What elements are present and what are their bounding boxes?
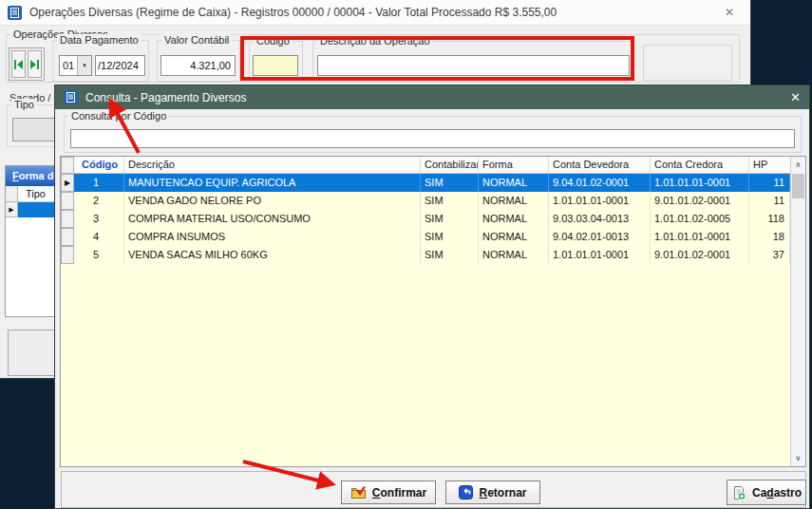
row-pointer-icon: ▶: [6, 202, 18, 217]
modal-close-icon[interactable]: ✕: [782, 90, 801, 104]
row-pointer-icon: ▶: [61, 174, 74, 192]
chevron-down-icon[interactable]: ▼: [77, 56, 91, 75]
annotation-highlight-rectangle: [240, 36, 634, 81]
nav-first-button[interactable]: [11, 50, 26, 78]
day-value: 01: [60, 56, 77, 75]
button-bar: Confirmar Retornar Cadastro: [61, 471, 806, 508]
cadastro-icon: [731, 485, 746, 500]
cadastro-button[interactable]: Cadastro: [727, 480, 806, 505]
valor-contabil-label: Valor Contábil: [161, 34, 232, 47]
consulta-codigo-group: Consulta por Código: [64, 116, 802, 153]
table-row[interactable]: 4 COMPRA INSUMOS SIM NORMAL 9.04.02.01-0…: [61, 228, 790, 246]
data-pagamento-label: Data Pagamento: [57, 34, 142, 47]
valor-contabil-input[interactable]: [161, 55, 236, 76]
column-header-codigo[interactable]: Código: [74, 157, 124, 173]
column-header-hp[interactable]: HP: [749, 157, 790, 173]
last-record-icon: [30, 60, 36, 69]
results-grid: Código Descrição Contabilizar Forma Cont…: [60, 156, 806, 467]
nav-last-button[interactable]: [28, 50, 42, 78]
record-navigator: [9, 47, 45, 81]
confirmar-button[interactable]: Confirmar: [341, 481, 436, 504]
vertical-scrollbar[interactable]: ∧ ∨: [790, 157, 805, 466]
consulta-codigo-label: Consulta por Código: [68, 110, 169, 123]
column-header-conta-devedora[interactable]: Conta Devedora: [549, 157, 651, 173]
main-titlebar: Operações Diversas (Regime de Caixa) - R…: [0, 0, 750, 26]
app-icon: [8, 6, 22, 20]
column-header-contabilizar[interactable]: Contabilizar: [421, 157, 479, 173]
column-header-forma[interactable]: Forma: [479, 157, 549, 173]
return-icon: [459, 485, 473, 500]
consulta-window: Consulta - Pagamento Diversos ✕ Consulta…: [54, 85, 810, 509]
retornar-button[interactable]: Retornar: [445, 481, 540, 504]
main-close-icon[interactable]: ✕: [720, 5, 739, 21]
grid-header-indicator: [61, 157, 74, 174]
main-window-title: Operações Diversas (Regime de Caixa) - R…: [29, 6, 557, 19]
modal-title: Consulta - Pagamento Diversos: [85, 91, 246, 104]
desktop: Operações Diversas (Regime de Caixa) - R…: [0, 0, 812, 509]
confirm-icon: [350, 485, 367, 500]
empty-group: [643, 45, 732, 81]
day-combobox[interactable]: 01 ▼: [59, 55, 92, 76]
tipo-group-label: Tipo: [11, 99, 37, 111]
table-row[interactable]: 3 COMPRA MATERIAL USO/CONSUMO SIM NORMAL…: [61, 210, 790, 228]
scroll-thumb[interactable]: [792, 174, 804, 198]
table-row[interactable]: ▶ 1 MANUTENCAO EQUIP. AGRICOLA SIM NORMA…: [61, 174, 790, 192]
date-input[interactable]: [95, 55, 145, 76]
consulta-codigo-input[interactable]: [70, 129, 795, 148]
modal-titlebar: Consulta - Pagamento Diversos ✕: [55, 85, 809, 109]
column-header-descricao[interactable]: Descrição: [124, 157, 421, 173]
column-header-conta-credora[interactable]: Conta Credora: [651, 157, 749, 173]
scroll-up-icon[interactable]: ∧: [791, 157, 805, 173]
grid-header-row: Código Descrição Contabilizar Forma Cont…: [61, 157, 790, 174]
modal-app-icon: [64, 90, 78, 104]
table-row[interactable]: 5 VENDA SACAS MILHO 60KG SIM NORMAL 1.01…: [61, 246, 790, 264]
first-record-icon: [14, 60, 16, 69]
table-row[interactable]: 2 VENDA GADO NELORE PO SIM NORMAL 1.01.0…: [61, 192, 790, 210]
scroll-down-icon[interactable]: ∨: [791, 450, 805, 466]
